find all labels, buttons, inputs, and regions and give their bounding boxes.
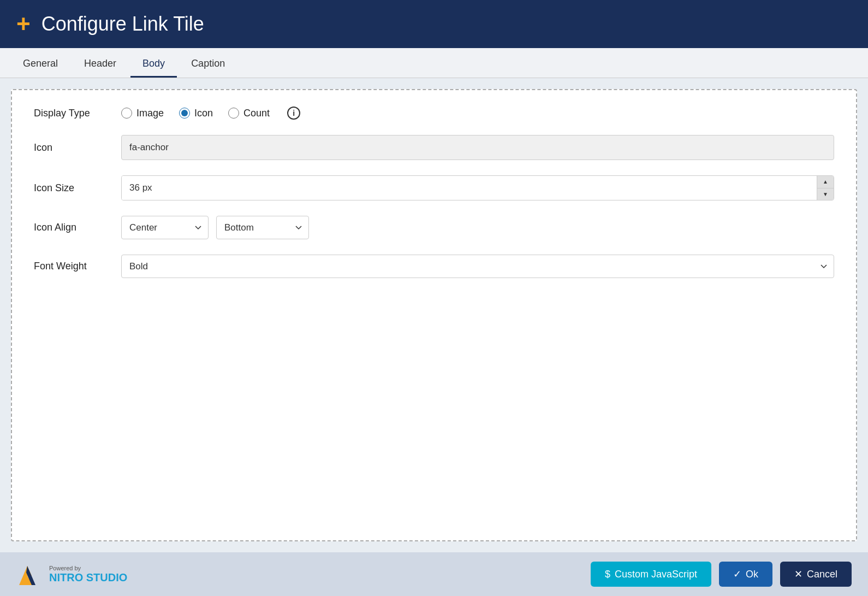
custom-javascript-button[interactable]: $ Custom JavaScript	[591, 562, 711, 587]
cancel-button[interactable]: ✕ Cancel	[780, 562, 852, 587]
icon-size-spinner: ▲ ▼	[121, 175, 834, 200]
font-weight-row: Font Weight Bold Normal Light	[34, 255, 834, 278]
ok-button[interactable]: ✓ Ok	[719, 562, 772, 587]
icon-size-control: ▲ ▼	[121, 175, 834, 200]
icon-align-row: Icon Align Center Left Right Bottom Top …	[34, 216, 834, 239]
plus-icon: +	[16, 12, 31, 36]
radio-icon[interactable]: Icon	[179, 108, 213, 119]
logo-nitro: NITRO	[49, 571, 83, 583]
info-icon[interactable]: i	[287, 107, 300, 120]
icon-align-label: Icon Align	[34, 222, 121, 233]
radio-image-label: Image	[136, 108, 164, 119]
icon-control	[121, 135, 834, 160]
spinner-up-button[interactable]: ▲	[817, 176, 834, 188]
logo-powered-text: Powered by	[49, 565, 127, 571]
ok-label: Ok	[746, 569, 758, 580]
tab-body[interactable]: Body	[130, 51, 177, 78]
radio-count-input[interactable]	[228, 108, 239, 119]
logo-studio: STUDIO	[83, 571, 127, 583]
icon-align-control: Center Left Right Bottom Top Middle	[121, 216, 834, 239]
icon-input[interactable]	[121, 135, 834, 160]
font-weight-control: Bold Normal Light	[121, 255, 834, 278]
tabs-bar: General Header Body Caption	[0, 48, 868, 78]
footer-buttons: $ Custom JavaScript ✓ Ok ✕ Cancel	[591, 562, 852, 587]
body-panel: Display Type Image Icon Count i Icon	[11, 89, 857, 541]
footer-logo: Powered by NITRO STUDIO	[16, 560, 127, 588]
radio-count-label: Count	[243, 108, 270, 119]
font-weight-label: Font Weight	[34, 261, 121, 272]
icon-label: Icon	[34, 142, 121, 154]
icon-size-input[interactable]	[122, 176, 817, 200]
x-icon: ✕	[794, 568, 802, 580]
dialog-header: + Configure Link Tile	[0, 0, 868, 48]
icon-align-v-select[interactable]: Bottom Top Middle	[216, 216, 309, 239]
icon-size-row: Icon Size ▲ ▼	[34, 175, 834, 200]
icon-size-label: Icon Size	[34, 182, 121, 194]
cancel-label: Cancel	[807, 569, 837, 580]
display-type-label: Display Type	[34, 108, 121, 119]
tab-general[interactable]: General	[11, 51, 70, 78]
radio-image-input[interactable]	[121, 108, 132, 119]
content-area: Display Type Image Icon Count i Icon	[0, 78, 868, 552]
dollar-icon: $	[605, 569, 610, 580]
font-weight-select[interactable]: Bold Normal Light	[121, 255, 834, 278]
custom-js-label: Custom JavaScript	[615, 569, 697, 580]
dialog-title: Configure Link Tile	[41, 13, 204, 36]
logo-text: Powered by NITRO STUDIO	[49, 565, 127, 583]
tab-caption[interactable]: Caption	[179, 51, 237, 78]
spinner-down-button[interactable]: ▼	[817, 188, 834, 200]
radio-count[interactable]: Count	[228, 108, 270, 119]
nitro-logo-icon	[16, 560, 44, 588]
spinner-buttons: ▲ ▼	[817, 176, 834, 200]
display-type-row: Display Type Image Icon Count i	[34, 107, 834, 120]
display-type-control: Image Icon Count i	[121, 107, 834, 120]
radio-icon-label: Icon	[194, 108, 213, 119]
tab-header[interactable]: Header	[72, 51, 128, 78]
radio-icon-input[interactable]	[179, 108, 190, 119]
icon-align-h-select[interactable]: Center Left Right	[121, 216, 209, 239]
icon-row: Icon	[34, 135, 834, 160]
check-icon: ✓	[733, 568, 741, 580]
footer: Powered by NITRO STUDIO $ Custom JavaScr…	[0, 552, 868, 596]
radio-image[interactable]: Image	[121, 108, 164, 119]
logo-name: NITRO STUDIO	[49, 571, 127, 583]
